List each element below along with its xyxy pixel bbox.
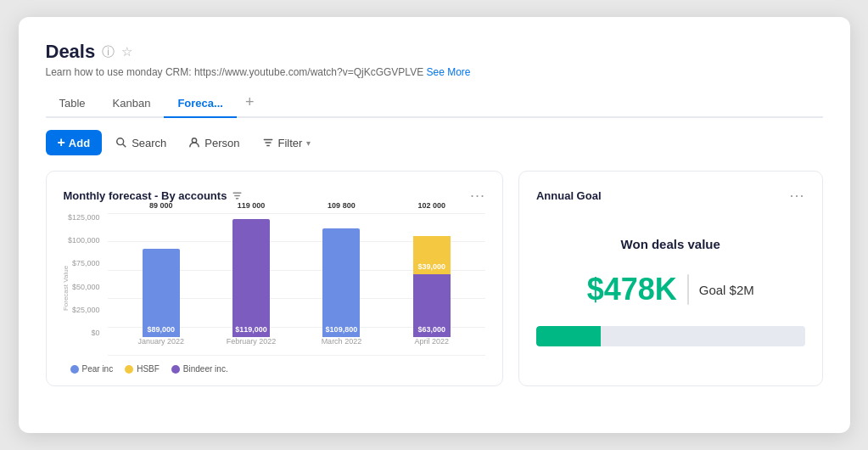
goal-progress-bar (536, 326, 805, 346)
bars-container: 89 000 $89,000 119 000 $119 (108, 213, 485, 337)
bar-group-apr: 102 000 $39,000 $63,000 (387, 213, 477, 337)
goal-value: $478K (587, 272, 677, 307)
goal-value-row: $478K Goal $2M (536, 272, 805, 307)
svg-point-0 (117, 138, 124, 145)
chart-container: $125,000 $100,000 $75,000 $50,000 $25,00… (64, 213, 485, 356)
main-window: Deals ⓘ ☆ Learn how to use monday CRM: h… (19, 17, 850, 433)
legend-label-hsbf: HSBF (137, 364, 160, 374)
see-more-link[interactable]: See More (427, 66, 471, 78)
chart-body: 89 000 $89,000 119 000 $119 (108, 213, 485, 356)
page-title: Deals (46, 41, 96, 63)
bar-group-feb: 119 000 $119,000 (206, 213, 296, 337)
goal-card: Annual Goal ··· Won deals value $478K Go… (518, 171, 823, 386)
bar-top-label-apr: 102 000 (417, 201, 445, 210)
legend-label-pear: Pear inc (82, 364, 114, 374)
y-axis: $125,000 $100,000 $75,000 $50,000 $25,00… (64, 213, 104, 337)
add-button[interactable]: + Add (46, 130, 103, 155)
content-row: Monthly forecast - By accounts ··· $125,… (46, 171, 823, 386)
chart-card: Monthly forecast - By accounts ··· $125,… (46, 171, 503, 386)
bar-top-label-mar: 109 800 (328, 201, 356, 210)
legend-dot-pear (70, 365, 79, 374)
x-label-apr: April 2022 (387, 337, 477, 356)
bar-group-mar: 109 800 $109,800 (296, 213, 386, 337)
svg-line-1 (123, 144, 126, 148)
goal-content: Won deals value $478K Goal $2M (536, 222, 805, 346)
bar-segment-feb-bindeer: $119,000 (232, 219, 270, 337)
goal-card-header: Annual Goal ··· (536, 187, 805, 205)
person-button[interactable]: Person (180, 132, 248, 154)
legend-pear: Pear inc (70, 364, 114, 374)
chart-legend: Pear inc HSBF Bindeer inc. (64, 364, 485, 374)
goal-card-title: Annual Goal (536, 189, 602, 202)
bar-group-jan: 89 000 $89,000 (116, 213, 206, 337)
filter-icon (262, 137, 274, 149)
legend-dot-bindeer (171, 365, 180, 374)
page-header: Deals ⓘ ☆ (46, 41, 823, 63)
learn-more-text: Learn how to use monday CRM: https://www… (46, 66, 823, 78)
tab-kanban[interactable]: Kanban (99, 91, 165, 118)
add-label: Add (69, 137, 90, 149)
goal-divider (687, 274, 689, 305)
legend-hsbf: HSBF (125, 364, 160, 374)
x-label-feb: February 2022 (206, 337, 296, 356)
filter-chevron-icon: ▾ (306, 138, 311, 148)
goal-target: Goal $2M (699, 283, 754, 297)
star-icon[interactable]: ☆ (121, 44, 132, 59)
svg-point-2 (193, 138, 197, 143)
chart-menu-button[interactable]: ··· (470, 187, 485, 205)
legend-label-bindeer: Bindeer inc. (183, 364, 228, 374)
y-axis-title: Forecast Value (61, 266, 69, 311)
goal-subtitle: Won deals value (536, 237, 805, 251)
chart-filter-icon[interactable] (232, 190, 243, 201)
bar-segment-mar-pear: $109,800 (322, 228, 360, 337)
search-button[interactable]: Search (107, 132, 175, 154)
tab-table[interactable]: Table (46, 91, 99, 118)
bar-stack-apr: $39,000 $63,000 (413, 236, 451, 337)
tab-forecast[interactable]: Foreca... (164, 91, 236, 118)
x-label-mar: March 2022 (296, 337, 386, 356)
legend-bindeer: Bindeer inc. (171, 364, 228, 374)
plus-icon: + (58, 135, 65, 150)
legend-dot-hsbf (125, 365, 133, 374)
info-icon[interactable]: ⓘ (102, 44, 115, 60)
person-icon (188, 137, 200, 149)
x-labels: January 2022 February 2022 March 2022 Ap… (108, 337, 485, 356)
chart-title: Monthly forecast - By accounts (64, 189, 244, 202)
goal-card-menu-button[interactable]: ··· (789, 187, 804, 205)
toolbar: + Add Search Person Filter ▾ (46, 130, 823, 155)
tab-add-button[interactable]: + (237, 90, 263, 118)
bar-segment-apr-hsbf: $39,000 (413, 236, 451, 274)
filter-button[interactable]: Filter ▾ (254, 132, 320, 154)
bar-segment-apr-bindeer: $63,000 (413, 274, 451, 337)
goal-progress-fill (536, 326, 601, 346)
search-icon (115, 137, 127, 149)
bar-segment-jan-pear: $89,000 (143, 249, 180, 337)
x-label-jan: January 2022 (116, 337, 206, 356)
tab-bar: Table Kanban Foreca... + (46, 90, 823, 118)
bar-top-label-feb: 119 000 (238, 201, 266, 210)
bar-top-label-jan: 89 000 (149, 201, 173, 210)
